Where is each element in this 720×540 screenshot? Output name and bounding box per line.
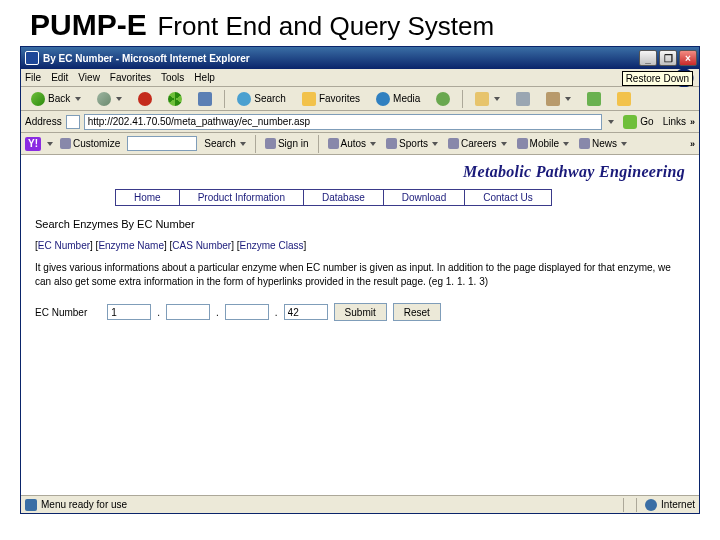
chevron-down-icon (621, 142, 627, 146)
chevron-down-icon (75, 97, 81, 101)
yahoo-signin-button[interactable]: Sign in (262, 138, 312, 149)
toolbar: Back Search Favorites Media (21, 87, 699, 111)
refresh-button[interactable] (162, 89, 188, 109)
ec-field-1[interactable] (107, 304, 151, 320)
stop-button[interactable] (132, 89, 158, 109)
back-button[interactable]: Back (25, 89, 87, 109)
yahoo-autos-label: Autos (341, 138, 367, 149)
ec-label: EC Number (35, 307, 87, 318)
internet-zone-icon (645, 499, 657, 511)
nav-home[interactable]: Home (115, 189, 180, 206)
forward-button[interactable] (91, 89, 128, 109)
menu-edit[interactable]: Edit (51, 72, 68, 83)
back-icon (31, 92, 45, 106)
sports-icon (386, 138, 397, 149)
nav-contact-us[interactable]: Contact Us (465, 189, 551, 206)
mobile-icon (517, 138, 528, 149)
yahoo-customize-button[interactable]: Customize (57, 138, 123, 149)
yahoo-mobile-button[interactable]: Mobile (514, 138, 572, 149)
chevron-down-icon (501, 142, 507, 146)
news-icon (579, 138, 590, 149)
ec-field-3[interactable] (225, 304, 269, 320)
go-icon (623, 115, 637, 129)
site-nav: Home Product Information Database Downlo… (115, 189, 685, 206)
yahoo-search-button[interactable]: Search (201, 138, 249, 149)
address-label: Address (25, 116, 62, 127)
yahoo-icon[interactable]: Y! (25, 137, 41, 151)
link-enzyme-name[interactable]: Enzyme Name (98, 240, 164, 251)
folder-button[interactable] (611, 89, 637, 109)
go-button[interactable]: Go (618, 115, 658, 129)
chevron-down-icon (565, 97, 571, 101)
yahoo-toolbar: Y! Customize Search Sign in Autos Sports… (21, 133, 699, 155)
yahoo-autos-button[interactable]: Autos (325, 138, 380, 149)
chevron-down-icon (563, 142, 569, 146)
minimize-button[interactable]: _ (639, 50, 657, 66)
star-icon (302, 92, 316, 106)
slide-title-main: PUMP-E (30, 8, 147, 42)
folder-icon (617, 92, 631, 106)
nav-download[interactable]: Download (384, 189, 465, 206)
print-button[interactable] (510, 89, 536, 109)
home-icon (198, 92, 212, 106)
status-bar: Menu ready for use Internet (21, 495, 699, 513)
link-ec-number[interactable]: EC Number (38, 240, 90, 251)
nav-database[interactable]: Database (304, 189, 384, 206)
chevron-down-icon[interactable] (608, 120, 614, 124)
menu-favorites[interactable]: Favorites (110, 72, 151, 83)
link-cas-number[interactable]: CAS Number (172, 240, 231, 251)
favorites-button[interactable]: Favorites (296, 89, 366, 109)
ie-icon (25, 51, 39, 65)
messenger-button[interactable] (581, 89, 607, 109)
ec-field-4[interactable] (284, 304, 328, 320)
menu-file[interactable]: File (25, 72, 41, 83)
nav-product-information[interactable]: Product Information (180, 189, 304, 206)
slide-title-sub: Front End and Query System (157, 11, 494, 42)
separator (318, 135, 319, 153)
print-icon (516, 92, 530, 106)
links-label[interactable]: Links (663, 116, 686, 127)
media-button[interactable]: Media (370, 89, 426, 109)
section-heading: Search Enzymes By EC Number (35, 218, 685, 230)
ec-form: EC Number . . . Submit Reset (35, 303, 685, 321)
forward-icon (97, 92, 111, 106)
restore-button[interactable]: ❐ (659, 50, 677, 66)
favorites-label: Favorites (319, 93, 360, 104)
yahoo-mobile-label: Mobile (530, 138, 559, 149)
yahoo-news-button[interactable]: News (576, 138, 630, 149)
gear-icon (60, 138, 71, 149)
link-enzyme-class[interactable]: Enzyme Class (240, 240, 304, 251)
search-button[interactable]: Search (231, 89, 292, 109)
go-label: Go (640, 116, 653, 127)
edit-button[interactable] (540, 89, 577, 109)
yahoo-news-label: News (592, 138, 617, 149)
chevron-down-icon (116, 97, 122, 101)
address-input[interactable] (84, 114, 603, 130)
close-button[interactable]: × (679, 50, 697, 66)
page-brand: Metabolic Pathway Engineering (35, 163, 685, 181)
reset-button[interactable]: Reset (393, 303, 441, 321)
separator (636, 498, 637, 512)
messenger-icon (587, 92, 601, 106)
yahoo-search-input[interactable] (127, 136, 197, 151)
search-links: [EC Number] [Enzyme Name] [CAS Number] [… (35, 240, 685, 251)
mail-icon (475, 92, 489, 106)
submit-button[interactable]: Submit (334, 303, 387, 321)
links-chevron[interactable]: » (690, 117, 695, 127)
search-label: Search (254, 93, 286, 104)
history-button[interactable] (430, 89, 456, 109)
yahoo-sports-button[interactable]: Sports (383, 138, 441, 149)
ec-field-2[interactable] (166, 304, 210, 320)
yahoo-careers-button[interactable]: Careers (445, 138, 510, 149)
chevron-down-icon (370, 142, 376, 146)
mail-button[interactable] (469, 89, 506, 109)
yahoo-more-chevron[interactable]: » (690, 139, 695, 149)
chevron-down-icon[interactable] (47, 142, 53, 146)
menu-tools[interactable]: Tools (161, 72, 184, 83)
yahoo-signin-label: Sign in (278, 138, 309, 149)
menu-help[interactable]: Help (194, 72, 215, 83)
address-bar: Address Go Links » (21, 111, 699, 133)
titlebar: By EC Number - Microsoft Internet Explor… (21, 47, 699, 69)
home-button[interactable] (192, 89, 218, 109)
menu-view[interactable]: View (78, 72, 100, 83)
